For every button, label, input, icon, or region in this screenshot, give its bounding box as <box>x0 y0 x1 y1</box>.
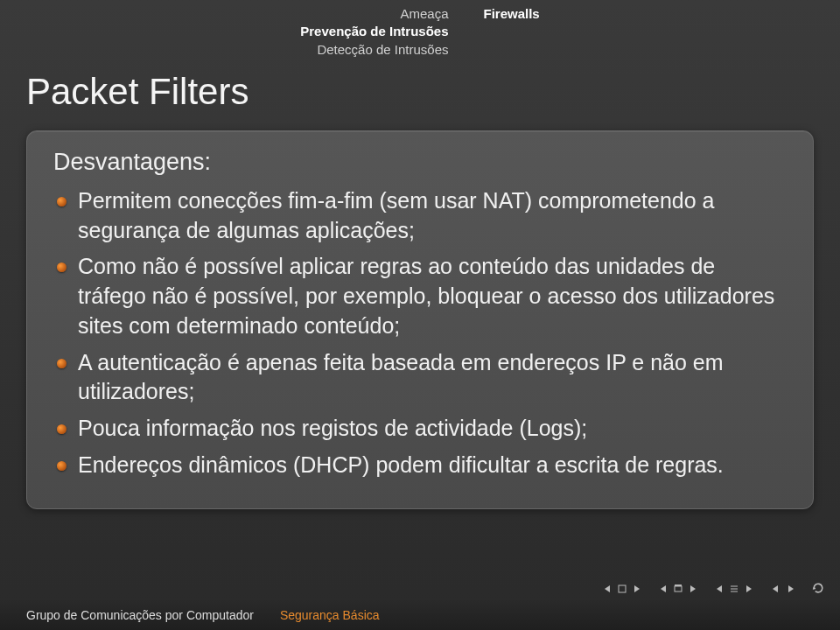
prev-frame-button[interactable] <box>658 583 670 595</box>
next-frame-button[interactable] <box>686 583 698 595</box>
list-item: Permitem conecções fim-a-fim (sem usar N… <box>53 186 787 246</box>
triangle-left-icon <box>772 582 780 596</box>
svg-marker-12 <box>773 585 778 592</box>
bullet-list: Permitem conecções fim-a-fim (sem usar N… <box>53 186 787 480</box>
prev-section-button[interactable] <box>714 583 726 595</box>
triangle-left-icon <box>604 582 612 596</box>
list-item: Como não é possível aplicar regras ao co… <box>53 252 787 340</box>
nav-item-ameaca[interactable]: Ameaça <box>300 5 448 23</box>
svg-marker-3 <box>661 585 666 592</box>
slide-title: Packet Filters <box>0 66 840 130</box>
triangle-right-icon <box>744 582 752 596</box>
footer-title: Segurança Básica <box>280 608 380 622</box>
svg-rect-5 <box>675 584 682 586</box>
svg-rect-1 <box>619 585 626 592</box>
triangle-left-icon <box>660 582 668 596</box>
header-left-column: Ameaça Prevenção de Intrusões Detecção d… <box>300 5 448 59</box>
nav-item-deteccao[interactable]: Detecção de Intrusões <box>300 41 448 59</box>
section-indicator-icon <box>728 583 740 595</box>
frame-indicator-icon <box>672 583 684 595</box>
triangle-right-icon <box>688 582 696 596</box>
nav-section-group <box>714 583 754 595</box>
footer-author: Grupo de Comunicações por Computador <box>26 608 254 622</box>
svg-marker-2 <box>634 585 640 592</box>
svg-marker-7 <box>717 585 722 592</box>
content-block: Desvantagens: Permitem conecções fim-a-f… <box>26 130 814 509</box>
list-item: Endereços dinâmicos (DHCP) podem dificul… <box>53 451 787 480</box>
next-step-button[interactable] <box>784 583 796 595</box>
triangle-right-icon <box>786 582 794 596</box>
slide-footer: Grupo de Comunicações por Computador Seg… <box>0 600 840 630</box>
reload-button[interactable] <box>812 583 824 595</box>
svg-marker-0 <box>605 585 610 592</box>
svg-marker-13 <box>788 585 794 592</box>
svg-rect-4 <box>675 586 682 592</box>
nav-slide-group <box>602 583 642 595</box>
prev-slide-button[interactable] <box>602 583 614 595</box>
slide-indicator-icon <box>616 583 628 595</box>
nav-step-group <box>770 583 796 595</box>
prev-step-button[interactable] <box>770 583 782 595</box>
next-slide-button[interactable] <box>630 583 642 595</box>
next-section-button[interactable] <box>742 583 754 595</box>
slide-header: Ameaça Prevenção de Intrusões Detecção d… <box>0 0 840 66</box>
triangle-left-icon <box>716 582 724 596</box>
triangle-right-icon <box>632 582 640 596</box>
nav-frame-group <box>658 583 698 595</box>
list-item: Pouca informação nos registos de activid… <box>53 414 787 444</box>
nav-item-prevencao[interactable]: Prevenção de Intrusões <box>300 23 448 40</box>
svg-marker-11 <box>746 585 752 592</box>
reload-icon <box>811 581 825 598</box>
navigation-controls <box>602 583 824 595</box>
svg-marker-6 <box>690 585 696 592</box>
list-item: A autenticação é apenas feita baseada em… <box>53 348 787 408</box>
block-title: Desvantagens: <box>53 149 787 176</box>
nav-item-firewalls[interactable]: Firewalls <box>484 5 540 23</box>
content-area: Desvantagens: Permitem conecções fim-a-f… <box>0 130 840 509</box>
header-right-column: Firewalls <box>484 5 540 59</box>
